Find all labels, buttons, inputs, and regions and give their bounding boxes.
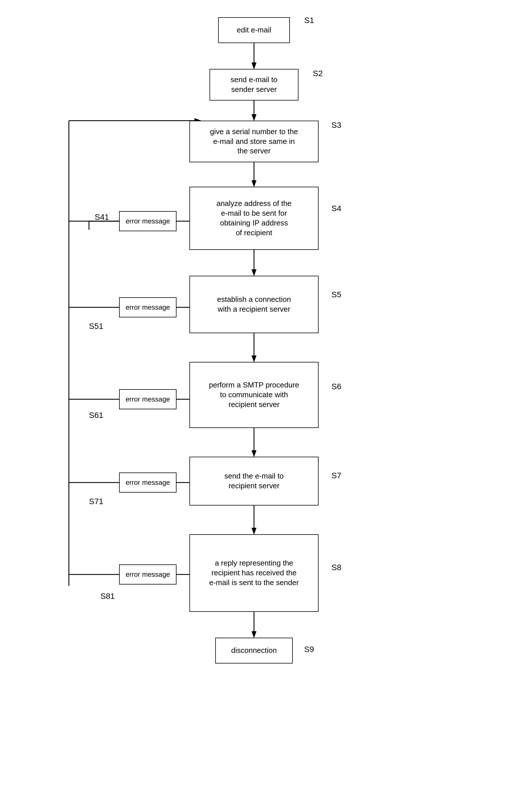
s8-error-box: error message: [119, 565, 176, 584]
s2-box: send e-mail tosender server: [210, 69, 298, 101]
s7-box: send the e-mail torecipient server: [189, 457, 319, 506]
s61-label: S61: [89, 411, 103, 420]
s5-error-label: error message: [126, 303, 170, 312]
s71-label: S71: [89, 497, 103, 506]
s4-error-box: error message: [119, 211, 176, 231]
s8-error-label: error message: [126, 570, 170, 579]
s7-error-label: error message: [126, 478, 170, 487]
s5-step-label: S5: [332, 290, 341, 299]
s2-label: send e-mail tosender server: [230, 75, 277, 94]
s5-error-box: error message: [119, 297, 176, 317]
s8-box: a reply representing therecipient has re…: [189, 534, 319, 612]
s7-label: send the e-mail torecipient server: [224, 471, 284, 491]
s6-error-box: error message: [119, 389, 176, 409]
s9-box: disconnection: [215, 637, 293, 663]
svg-marker-21: [252, 528, 256, 534]
s41-label: S41: [95, 212, 109, 222]
svg-marker-13: [252, 356, 256, 362]
s8-label: a reply representing therecipient has re…: [209, 558, 299, 587]
svg-marker-9: [252, 269, 256, 276]
s3-step-label: S3: [332, 121, 341, 130]
s51-label: S51: [89, 322, 103, 331]
s3-label: give a serial number to thee-mail and st…: [210, 127, 298, 156]
s9-step-label: S9: [304, 645, 314, 654]
s4-error-label: error message: [126, 217, 170, 226]
s1-step-label: S1: [304, 16, 314, 25]
s4-label: analyze address of thee-mail to be sent …: [216, 199, 292, 237]
s5-label: establish a connectionwith a recipient s…: [217, 295, 291, 314]
s4-box: analyze address of thee-mail to be sent …: [189, 187, 319, 250]
s7-error-box: error message: [119, 472, 176, 493]
s81-label: S81: [100, 592, 115, 601]
s6-box: perform a SMTP procedureto communicate w…: [189, 362, 319, 428]
s5-box: establish a connectionwith a recipient s…: [189, 276, 319, 333]
svg-marker-3: [252, 114, 256, 121]
s9-label: disconnection: [231, 646, 277, 655]
s8-step-label: S8: [332, 563, 341, 572]
svg-marker-5: [252, 180, 256, 187]
s7-step-label: S7: [332, 471, 341, 480]
s1-box: edit e-mail: [218, 17, 290, 43]
s3-box: give a serial number to thee-mail and st…: [189, 121, 319, 162]
s2-step-label: S2: [313, 69, 323, 78]
s6-step-label: S6: [332, 382, 341, 391]
s4-step-label: S4: [332, 204, 341, 213]
svg-marker-1: [252, 63, 256, 69]
flowchart-diagram: edit e-mail S1 send e-mail tosender serv…: [0, 0, 508, 812]
s1-label: edit e-mail: [237, 25, 271, 35]
svg-marker-25: [252, 631, 256, 637]
svg-marker-17: [252, 450, 256, 457]
s6-error-label: error message: [126, 395, 170, 403]
s6-label: perform a SMTP procedureto communicate w…: [209, 380, 299, 409]
